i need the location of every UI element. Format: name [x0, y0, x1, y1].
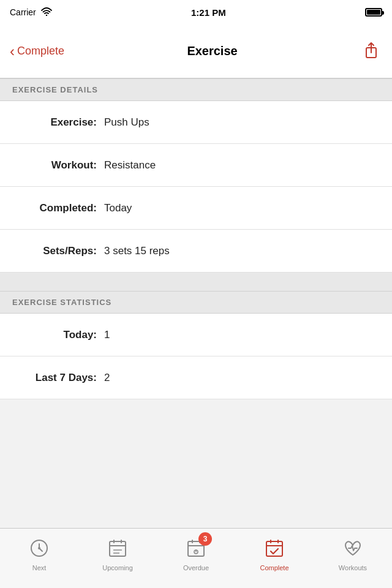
today-label: Today:: [12, 329, 104, 341]
last7days-row: Last 7 Days: 2: [0, 356, 392, 399]
status-bar: Carrier 1:21 PM: [0, 0, 392, 24]
share-icon: [364, 42, 379, 61]
today-row: Today: 1: [0, 314, 392, 356]
workout-row: Workout: Resistance: [0, 144, 392, 187]
back-label: Complete: [17, 45, 64, 58]
section-spacer: [0, 273, 392, 291]
status-right: [365, 8, 382, 17]
last7days-label: Last 7 Days:: [12, 372, 104, 384]
tab-workouts-icon: [339, 535, 366, 562]
tab-complete-label: Complete: [260, 564, 288, 571]
back-button[interactable]: ‹ Complete: [10, 44, 64, 59]
tab-complete-icon: [261, 535, 288, 562]
tab-upcoming-icon: [104, 535, 131, 562]
workout-value: Resistance: [104, 159, 156, 172]
nav-bar: ‹ Complete Exercise: [0, 24, 392, 78]
share-button[interactable]: [360, 40, 382, 62]
tab-next-icon: [26, 535, 53, 562]
svg-point-7: [195, 553, 196, 554]
nav-title: Exercise: [187, 44, 237, 58]
today-value: 1: [104, 329, 110, 341]
tab-workouts[interactable]: Workouts: [316, 535, 390, 571]
last7days-value: 2: [104, 372, 110, 384]
completed-row: Completed: Today: [0, 187, 392, 230]
tab-workouts-label: Workouts: [339, 564, 367, 571]
tab-next[interactable]: Next: [2, 535, 76, 571]
exercise-statistics-header: EXERCISE STATISTICS: [0, 291, 392, 314]
exercise-value: Push Ups: [104, 116, 149, 129]
svg-rect-8: [266, 541, 282, 556]
overdue-badge: 3: [198, 532, 212, 546]
setsreps-row: Sets/Reps: 3 sets 15 reps: [0, 230, 392, 273]
status-left: Carrier: [10, 7, 52, 18]
tab-upcoming[interactable]: Upcoming: [81, 535, 154, 571]
battery-icon: [365, 8, 382, 17]
tab-overdue-label: Overdue: [183, 564, 209, 571]
tab-upcoming-label: Upcoming: [102, 564, 133, 571]
svg-point-0: [46, 14, 47, 15]
exercise-row: Exercise: Push Ups: [0, 101, 392, 144]
back-chevron-icon: ‹: [10, 44, 15, 59]
exercise-details-header: EXERCISE DETAILS: [0, 78, 392, 101]
tab-bar: Next Upcoming 3: [0, 528, 392, 588]
status-time: 1:21 PM: [191, 7, 226, 18]
content-area: EXERCISE DETAILS Exercise: Push Ups Work…: [0, 78, 392, 528]
wifi-icon: [41, 7, 52, 18]
exercise-label: Exercise:: [12, 116, 104, 129]
carrier-label: Carrier: [10, 7, 36, 17]
tab-next-label: Next: [32, 564, 47, 571]
svg-rect-4: [110, 541, 126, 556]
setsreps-label: Sets/Reps:: [12, 245, 104, 257]
workout-label: Workout:: [12, 159, 104, 172]
tab-complete[interactable]: Complete: [238, 535, 311, 571]
completed-label: Completed:: [12, 202, 104, 214]
completed-value: Today: [104, 202, 132, 214]
tab-overdue[interactable]: 3 Overdue: [159, 535, 233, 571]
tab-overdue-icon: 3: [183, 535, 209, 562]
setsreps-value: 3 sets 15 reps: [104, 245, 170, 257]
